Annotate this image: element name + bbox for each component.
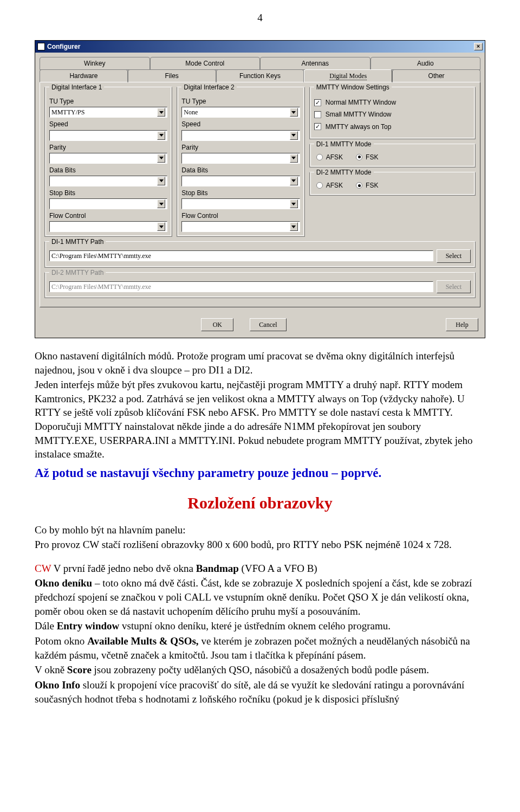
help-button[interactable]: Help [446, 318, 478, 331]
chevron-down-icon [290, 108, 298, 117]
paragraph: Potom okno Available Mults & QSOs, ve kt… [35, 634, 485, 662]
radio-label: FSK [366, 153, 378, 162]
chevron-down-icon [157, 199, 165, 208]
checkbox-label: Small MMTTY Window [326, 110, 392, 119]
di2-databits-dropdown[interactable] [181, 176, 300, 186]
group-title: DI-2 MMTTY Path [49, 268, 106, 277]
tab-hardware[interactable]: Hardware [40, 69, 128, 82]
radio-label: AFSK [326, 181, 343, 190]
paragraph: Jeden interfejs může být přes zvukovou k… [35, 378, 485, 461]
label-tu-type: TU Type [49, 97, 167, 106]
radio-label: AFSK [326, 153, 343, 162]
chevron-down-icon [157, 177, 165, 185]
group-title: Digital Interface 2 [181, 83, 236, 92]
tab-mode-control[interactable]: Mode Control [150, 57, 261, 70]
tab-panel: Digital Interface 1 TU Type MMTTY/PS Spe… [40, 82, 480, 307]
checkbox-always-on-top[interactable]: ✓ [314, 123, 321, 130]
tab-files[interactable]: Files [128, 69, 216, 82]
group-di2-path: DI-2 MMTTY Path C:\Program Files\MMTTY\m… [44, 272, 476, 298]
configurer-window: Configurer × Winkey Mode Control Antenna… [35, 40, 485, 338]
group-di2-mode: DI-2 MMTTY Mode AFSK FSK [309, 172, 476, 196]
label-databits: Data Bits [49, 166, 167, 175]
label-parity: Parity [181, 143, 300, 152]
tab-antennas[interactable]: Antennas [260, 57, 370, 70]
label-speed: Speed [181, 120, 300, 128]
group-title: MMTTY Window Settings [314, 83, 392, 92]
app-icon [37, 43, 45, 50]
di1-flowcontrol-dropdown[interactable] [49, 221, 167, 232]
chevron-down-icon [157, 131, 165, 140]
group-di1-mode: DI-1 MMTTY Mode AFSK FSK [309, 144, 476, 167]
title-bar: Configurer × [35, 41, 485, 53]
window-title: Configurer [47, 42, 80, 51]
group-di1-path: DI-1 MMTTY Path C:\Program Files\MMTTY\m… [44, 241, 476, 267]
dialog-button-row: OK Cancel Help [35, 313, 485, 338]
paragraph: Pro provoz CW stačí rozlišení obrazovky … [35, 538, 485, 552]
di2-parity-dropdown[interactable] [181, 153, 300, 164]
paragraph: Co by mohlo být na hlavním panelu: [35, 523, 485, 537]
tab-audio[interactable]: Audio [370, 57, 481, 70]
di2-select-button[interactable]: Select [437, 280, 471, 293]
close-icon[interactable]: × [474, 43, 483, 50]
di1-tutype-dropdown[interactable]: MMTTY/PS [49, 107, 167, 118]
chevron-down-icon [157, 222, 165, 231]
paragraph: Okno Info slouží k propojení více pracov… [35, 678, 485, 706]
group-title: DI-1 MMTTY Mode [314, 140, 374, 149]
label-flowcontrol: Flow Control [49, 211, 167, 220]
chevron-down-icon [290, 131, 298, 140]
paragraph: Okno nastavení digitálních módů. Protože… [35, 349, 485, 377]
radio-di1-afsk[interactable] [316, 154, 323, 160]
radio-di2-fsk[interactable] [356, 182, 362, 189]
paragraph: CW V první řadě jedno nebo dvě okna Band… [35, 562, 485, 576]
label-speed: Speed [49, 120, 167, 128]
heading-red: Rozložení obrazovky [35, 492, 485, 514]
label-flowcontrol: Flow Control [181, 211, 300, 220]
document-body: Okno nastavení digitálních módů. Protože… [35, 349, 485, 706]
label-tu-type: TU Type [181, 97, 300, 106]
tab-function-keys[interactable]: Function Keys [216, 69, 304, 82]
group-title: Digital Interface 1 [49, 83, 104, 92]
cancel-button[interactable]: Cancel [250, 318, 286, 331]
page-number: 4 [35, 11, 485, 25]
label-parity: Parity [49, 143, 167, 152]
di2-speed-dropdown[interactable] [181, 130, 300, 141]
checkbox-label: MMTTY always on Top [326, 123, 392, 131]
radio-di2-afsk[interactable] [316, 182, 323, 189]
cw-label: CW [35, 563, 51, 574]
label-databits: Data Bits [181, 166, 300, 175]
di1-parity-dropdown[interactable] [49, 153, 167, 164]
chevron-down-icon [157, 154, 165, 163]
checkbox-small-window[interactable] [314, 111, 321, 118]
di2-tutype-dropdown[interactable]: None [181, 107, 300, 118]
tab-winkey[interactable]: Winkey [40, 57, 150, 70]
chevron-down-icon [157, 108, 165, 117]
checkbox-normal-window[interactable]: ✓ [314, 99, 321, 106]
radio-label: FSK [366, 181, 378, 190]
group-title: DI-1 MMTTY Path [49, 237, 106, 246]
highlight-blue: Až potud se nastavují všechny parametry … [35, 465, 485, 481]
tab-digital-modes[interactable]: Digital Modes [304, 69, 392, 82]
group-di1: Digital Interface 1 TU Type MMTTY/PS Spe… [44, 87, 172, 237]
tab-other[interactable]: Other [392, 69, 480, 82]
paragraph: V okně Score jsou zobrazeny počty udělan… [35, 663, 485, 677]
group-di2: Digital Interface 2 TU Type None Speed P… [177, 87, 304, 237]
group-title: DI-2 MMTTY Mode [314, 168, 374, 177]
paragraph: Dále Entry window vstupní okno deníku, k… [35, 619, 485, 633]
chevron-down-icon [290, 154, 298, 163]
paragraph: Okno deníku – toto okno má dvě části. Čá… [35, 576, 485, 618]
di1-databits-dropdown[interactable] [49, 176, 167, 186]
group-mmtty-window-settings: MMTTY Window Settings ✓ Normal MMTTY Win… [309, 87, 476, 139]
di2-stopbits-dropdown[interactable] [181, 198, 300, 209]
label-stopbits: Stop Bits [181, 189, 300, 197]
chevron-down-icon [290, 222, 298, 231]
di1-stopbits-dropdown[interactable] [49, 198, 167, 209]
label-stopbits: Stop Bits [49, 189, 167, 197]
radio-di1-fsk[interactable] [356, 154, 362, 160]
di2-path-input: C:\Program Files\MMTTY\mmtty.exe [49, 281, 433, 292]
di1-path-input[interactable]: C:\Program Files\MMTTY\mmtty.exe [49, 250, 433, 261]
ok-button[interactable]: OK [201, 318, 233, 331]
di1-select-button[interactable]: Select [437, 249, 471, 262]
di2-flowcontrol-dropdown[interactable] [181, 221, 300, 232]
chevron-down-icon [290, 199, 298, 208]
di1-speed-dropdown[interactable] [49, 130, 167, 141]
